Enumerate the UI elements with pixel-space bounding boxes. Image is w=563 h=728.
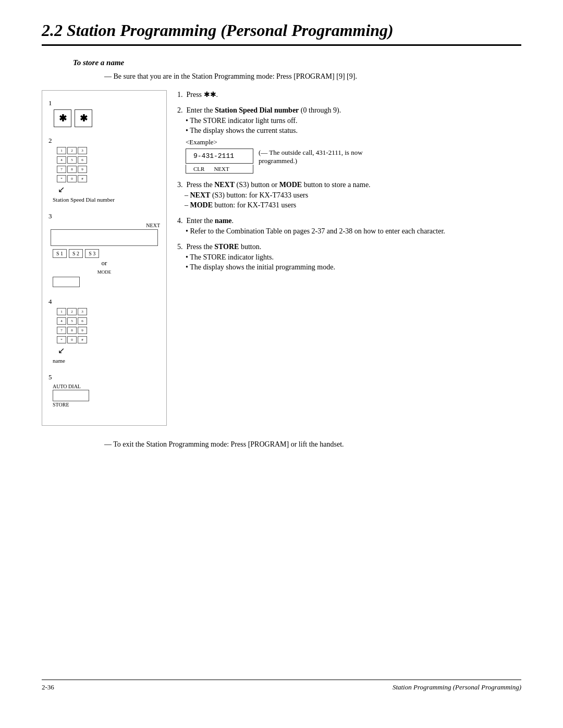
instruction-4-bullets: Refer to the Combination Table on pages … [186, 227, 521, 236]
store-button-diagram [53, 390, 89, 401]
instruction-3: 3. Press the NEXT (S3) button or MODE bu… [177, 181, 521, 209]
footer-page-number: 2-36 [42, 683, 54, 692]
name-caption: name [53, 357, 160, 364]
diagram-step-2: 2 123 456 789 *0# ↙ Station Speed Dial n… [48, 137, 160, 203]
instruction-2-text: 2. Enter the Station Speed Dial number (… [177, 106, 521, 115]
speed-dial-caption: Station Speed Dial number [53, 196, 160, 203]
intro-line: — Be sure that you are in the Station Pr… [104, 72, 521, 81]
mode-button-diagram [53, 277, 80, 287]
instruction-2: 2. Enter the Station Speed Dial number (… [177, 106, 521, 174]
diagram-step-5: 5 AUTO DIAL STORE [48, 373, 160, 408]
display-box-row: 9-431-2111 CLR NEXT (— The outside call,… [186, 149, 521, 174]
diagram-step-4-label: 4 [48, 298, 160, 306]
bullet-display-status: The display shows the current status. [186, 127, 521, 135]
bullet-combination-table: Refer to the Combination Table on pages … [186, 227, 521, 236]
instruction-1-text: 1. Press ✱✱. [177, 90, 521, 99]
diagram-step-1-label: 1 [48, 99, 160, 107]
instruction-3-text: 3. Press the NEXT (S3) button or MODE bu… [177, 181, 521, 189]
instruction-5-bullets: The STORE indicator lights. The display … [186, 253, 521, 272]
display-value: 9-431-2111 [186, 149, 253, 164]
page-title: 2.2 Station Programming (Personal Progra… [42, 21, 521, 46]
example-label: <Example> [186, 138, 521, 146]
display-buttons: CLR NEXT [186, 165, 253, 174]
instruction-4-text: 4. Enter the name. [177, 217, 521, 225]
footer-section-title: Station Programming (Personal Programmin… [393, 683, 521, 692]
bullet-display-initial: The display shows the initial programmin… [186, 263, 521, 272]
instruction-2-bullets: The STORE indicator light turns off. The… [186, 117, 521, 135]
keypad-diagram-4: 123 456 789 *0# ↙ [57, 308, 160, 355]
auto-dial-label: AUTO DIAL [53, 384, 160, 389]
phone-icon-4: ↙ [58, 346, 160, 355]
example-block: <Example> 9-431-2111 CLR NEXT (— The out… [186, 138, 521, 174]
instruction-5: 5. Press the STORE button. The STORE ind… [177, 243, 521, 272]
clr-btn-label: CLR [193, 166, 204, 172]
diagram-step-3-label: 3 [48, 212, 160, 220]
keypad-diagram-2: 123 456 789 *0# ↙ [57, 147, 160, 194]
next-label-right: NEXT [48, 223, 160, 228]
next-btn-label: NEXT [214, 166, 229, 172]
star-key-1: ✱ [54, 109, 71, 127]
display-outer: 9-431-2111 CLR NEXT [186, 149, 253, 174]
softkey-s1: S 1 [53, 249, 67, 258]
or-label: or [48, 259, 160, 267]
instruction-4: 4. Enter the name. Refer to the Combinat… [177, 217, 521, 236]
section-title: To store a name [73, 58, 521, 67]
diagram-step-4: 4 123 456 789 *0# ↙ name [48, 298, 160, 364]
instructions-panel: 1. Press ✱✱. 2. Enter the Station Speed … [177, 90, 521, 426]
sub-next: – NEXT (S3) button: for KX-T7433 users [185, 191, 521, 200]
store-label: STORE [53, 402, 160, 408]
star-key-2: ✱ [75, 109, 92, 127]
instruction-5-text: 5. Press the STORE button. [177, 243, 521, 251]
display-note: (— The outside call, 431-2111, is now pr… [259, 149, 363, 165]
diagram-step-1: 1 ✱ ✱ [48, 99, 160, 127]
instruction-1: 1. Press ✱✱. [177, 90, 521, 99]
mode-label-caption: MODE [48, 269, 160, 275]
bullet-store-lights: The STORE indicator lights. [186, 253, 521, 262]
phone-icon-2: ↙ [58, 184, 160, 194]
exit-line: — To exit the Station Programming mode: … [104, 440, 521, 449]
store-btn-area: AUTO DIAL STORE [53, 384, 160, 408]
sub-mode: – MODE button: for KX-T7431 users [185, 201, 521, 209]
diagram-step-5-label: 5 [48, 373, 160, 381]
footer: 2-36 Station Programming (Personal Progr… [42, 680, 521, 692]
softkey-s3: S 3 [85, 249, 99, 258]
diagram-panel: 1 ✱ ✱ 2 123 456 789 *0# ↙ [42, 90, 167, 426]
diagram-step-3: 3 NEXT S 1 S 2 S 3 or MODE [48, 212, 160, 288]
diagram-step-2-label: 2 [48, 137, 160, 145]
bullet-store-off: The STORE indicator light turns off. [186, 117, 521, 125]
softkey-row: S 1 S 2 S 3 [53, 249, 160, 258]
softkey-s2: S 2 [69, 249, 83, 258]
